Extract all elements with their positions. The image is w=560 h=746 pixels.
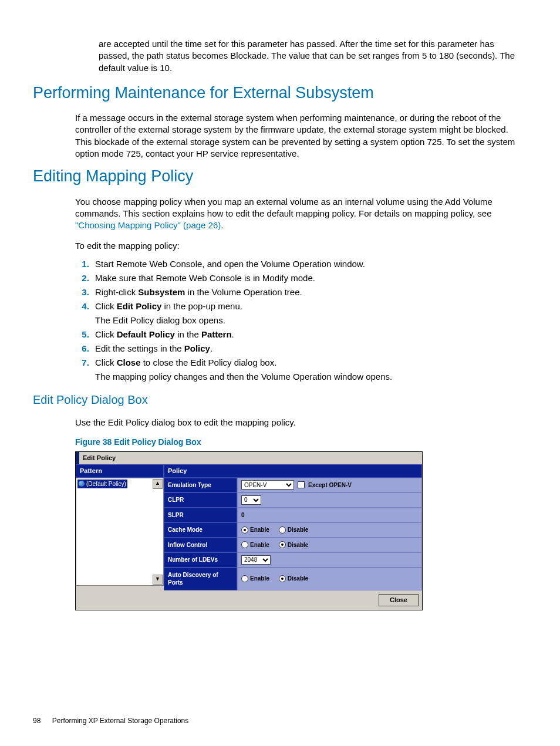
text: Click (95, 301, 117, 311)
page-footer: 98 Performing XP External Storage Operat… (33, 716, 527, 725)
pattern-item-default[interactable]: (Default Policy) (77, 480, 127, 489)
page-number: 98 (33, 716, 41, 725)
section-heading-editing-mapping: Editing Mapping Policy (33, 166, 527, 187)
bold: Subsystem (138, 287, 185, 297)
scroll-down-icon[interactable]: ▼ (153, 575, 163, 585)
radio-icon (279, 526, 286, 534)
row-value-emulation: OPEN-V Except OPEN-V (237, 478, 422, 493)
row-label-cache: Cache Mode (164, 522, 237, 538)
mapping-paragraph-1: You choose mapping policy when you map a… (75, 196, 527, 232)
row-value-autodisc: Enable Disable (237, 568, 422, 590)
figure-caption: Figure 38 Edit Policy Dialog Box (75, 437, 527, 448)
cache-disable-radio[interactable]: Disable (279, 526, 309, 534)
row-label-emulation: Emulation Type (164, 478, 237, 493)
bold: Default Policy (117, 329, 175, 339)
emulation-type-select[interactable]: OPEN-V (241, 480, 294, 490)
step-7-sub: The mapping policy changes and then the … (95, 371, 527, 383)
ldevs-select[interactable]: 2048 (241, 555, 271, 565)
radio-selected-icon (241, 526, 248, 534)
step-6: Edit the settings in the Policy. (92, 343, 527, 355)
dialog-titlebar: Edit Policy (76, 452, 422, 464)
autodisc-enable-radio[interactable]: Enable (241, 575, 269, 583)
text: Click (95, 329, 117, 339)
row-value-ldevs: 2048 (237, 552, 422, 568)
mapping-paragraph-2: To edit the mapping policy: (75, 240, 527, 252)
step-3: Right-click Subsystem in the Volume Oper… (92, 286, 527, 298)
step-1: Start Remote Web Console, and open the V… (92, 258, 527, 270)
bold: Close (117, 357, 141, 367)
text: to close the Edit Policy dialog box. (141, 357, 277, 367)
text: Make sure that Remote Web Console is in … (95, 273, 315, 283)
edit-policy-paragraph: Use the Edit Policy dialog box to edit t… (75, 417, 527, 428)
step-4: Click Edit Policy in the pop-up menu. Th… (92, 301, 527, 326)
text: Edit the settings in the (95, 343, 184, 353)
bold: Pattern (201, 329, 232, 339)
pattern-item-label: (Default Policy) (86, 480, 126, 488)
pattern-column-header: Pattern (76, 464, 164, 478)
bold: Edit Policy (117, 301, 162, 311)
edit-policy-dialog: Edit Policy Pattern Policy (Default Poli… (75, 451, 423, 610)
text: Click (95, 357, 117, 367)
row-label-slpr: SLPR (164, 508, 237, 523)
row-value-cache: Enable Disable (237, 522, 422, 538)
radio-icon (241, 541, 248, 548)
globe-icon (79, 481, 85, 487)
text: You choose mapping policy when you map a… (75, 197, 492, 218)
text: If a (75, 113, 90, 123)
label: Disable (288, 541, 309, 549)
label: Enable (250, 526, 269, 534)
row-label-ldevs: Number of LDEVs (164, 552, 237, 568)
inflow-disable-radio[interactable]: Disable (279, 541, 309, 549)
maintenance-paragraph: If a message occurs in the external stor… (75, 112, 527, 160)
label: Disable (288, 526, 309, 534)
row-label-clpr: CLPR (164, 492, 237, 508)
label: Enable (250, 541, 269, 549)
scroll-up-icon[interactable]: ▲ (153, 479, 163, 489)
section-heading-maintenance: Performing Maintenance for External Subs… (33, 82, 527, 103)
clpr-select[interactable]: 0 (241, 495, 261, 505)
row-label-autodisc: Auto Discovery of Ports (164, 568, 237, 590)
radio-icon (241, 575, 248, 582)
text: . (210, 343, 212, 353)
row-value-clpr: 0 (237, 492, 422, 508)
text: message occurs in the external storage s… (75, 113, 515, 158)
except-openv-checkbox[interactable] (298, 481, 305, 488)
step-2: Make sure that Remote Web Console is in … (92, 272, 527, 284)
step-7: Click Close to close the Edit Policy dia… (92, 357, 527, 383)
link-choosing-mapping-policy[interactable]: "Choosing Mapping Policy" (page 26) (75, 220, 221, 230)
intro-paragraph: are accepted until the time set for this… (99, 38, 527, 74)
chapter-title: Performing XP External Storage Operation… (52, 717, 189, 725)
text: in the (175, 329, 201, 339)
label: Disable (288, 575, 309, 583)
radio-selected-icon (279, 541, 286, 548)
pattern-list-pane[interactable]: (Default Policy) ▲ ▼ (76, 478, 164, 586)
step-4-sub: The Edit Policy dialog box opens. (95, 315, 527, 326)
inflow-enable-radio[interactable]: Enable (241, 541, 269, 549)
steps-list: Start Remote Web Console, and open the V… (75, 258, 527, 383)
row-value-inflow: Enable Disable (237, 538, 422, 553)
except-openv-label: Except OPEN-V (308, 481, 352, 490)
policy-column-header: Policy (164, 464, 422, 478)
label: Enable (250, 575, 269, 583)
bold: Policy (184, 343, 210, 353)
text: . (221, 220, 223, 230)
text: in the Volume Operation tree. (185, 287, 302, 297)
cache-enable-radio[interactable]: Enable (241, 526, 269, 534)
close-button[interactable]: Close (379, 594, 419, 606)
radio-selected-icon (279, 575, 286, 582)
row-value-slpr: 0 (237, 508, 422, 523)
row-label-inflow: Inflow Control (164, 538, 237, 553)
text: Right-click (95, 287, 138, 297)
text: Start Remote Web Console, and open the V… (95, 259, 365, 269)
dialog-footer: Close (76, 590, 422, 610)
text: in the pop-up menu. (161, 301, 242, 311)
subsection-edit-policy-dialog: Edit Policy Dialog Box (33, 392, 527, 408)
autodisc-disable-radio[interactable]: Disable (279, 575, 309, 583)
step-5: Click Default Policy in the Pattern. (92, 329, 527, 340)
text: . (232, 329, 234, 339)
